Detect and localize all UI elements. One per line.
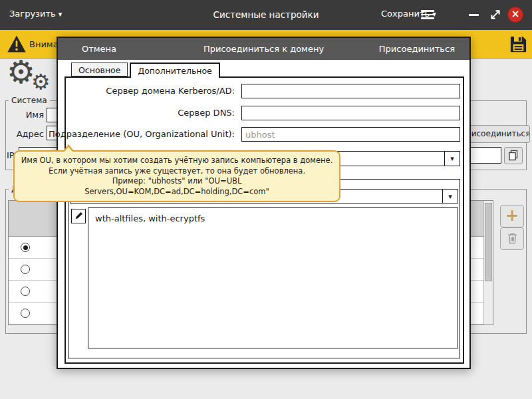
app-title: Системные настройки — [0, 9, 532, 20]
language-radio[interactable] — [21, 287, 30, 296]
dns-label: Сервер DNS: — [178, 108, 235, 118]
screen: ⚙ ⚙ Система Имя Адрес Присоединиться IP … — [0, 0, 532, 399]
edit-button[interactable] — [71, 209, 86, 223]
scrollbar-thumb[interactable] — [485, 203, 492, 281]
language-radio[interactable] — [21, 243, 30, 252]
add-language-button[interactable]: + — [500, 205, 524, 227]
tooltip-line: Пример: "ubhosts" или "OU=UBL Servers,OU… — [20, 176, 334, 197]
menu-button[interactable] — [421, 10, 434, 21]
titlebar: Загрузить▾ Системные настройки Сохранить… — [0, 0, 532, 30]
packages-textarea[interactable]: wth-altfiles, with-ecryptfs — [88, 207, 458, 348]
copy-button[interactable] — [504, 147, 523, 164]
gears-icon-small: ⚙ — [31, 69, 51, 94]
dialog-header: Отмена Присоединиться к домену Присоедин… — [58, 38, 469, 60]
tooltip-line: Если учётная запись уже существует, то о… — [20, 166, 334, 177]
kerberos-label: Сервер домена Kerberos/AD: — [106, 86, 235, 96]
delete-language-button[interactable] — [500, 227, 524, 250]
address-label: Адрес — [0, 129, 44, 139]
language-radio[interactable] — [21, 309, 30, 318]
tooltip-line: Имя OU, в котором мы хотим создать учётн… — [20, 156, 334, 166]
tab-basic[interactable]: Основное — [71, 63, 128, 76]
language-radio[interactable] — [21, 265, 30, 274]
chevron-down-icon: ▾ — [442, 190, 458, 203]
close-button[interactable]: × — [507, 7, 523, 23]
minimize-button[interactable] — [469, 14, 479, 16]
copy-icon — [507, 150, 519, 162]
dns-input[interactable] — [241, 106, 460, 120]
save-icon-button[interactable] — [508, 34, 529, 57]
fullscreen-button[interactable] — [489, 9, 501, 21]
system-legend: Система — [9, 96, 50, 105]
chevron-down-icon: ▾ — [444, 152, 460, 166]
ou-label: Подразделение (OU, Organizational Unit): — [49, 129, 235, 139]
name-label: Имя — [0, 110, 44, 120]
ou-tooltip: Имя OU, в котором мы хотим создать учётн… — [13, 150, 340, 202]
expand-icon — [489, 9, 501, 21]
pencil-icon — [74, 211, 84, 221]
join-domain-dialog: Отмена Присоединиться к домену Присоедин… — [57, 37, 471, 369]
floppy-icon — [508, 34, 529, 55]
table-scrollbar[interactable] — [483, 201, 493, 325]
trash-icon — [507, 232, 518, 245]
ou-input[interactable] — [241, 127, 460, 142]
kerberos-input[interactable] — [241, 84, 460, 98]
warning-icon — [7, 35, 27, 56]
join-button[interactable]: Присоединиться — [379, 44, 455, 54]
tab-bar: Основное Дополнительное — [71, 63, 220, 78]
tab-additional[interactable]: Дополнительное — [130, 63, 219, 78]
